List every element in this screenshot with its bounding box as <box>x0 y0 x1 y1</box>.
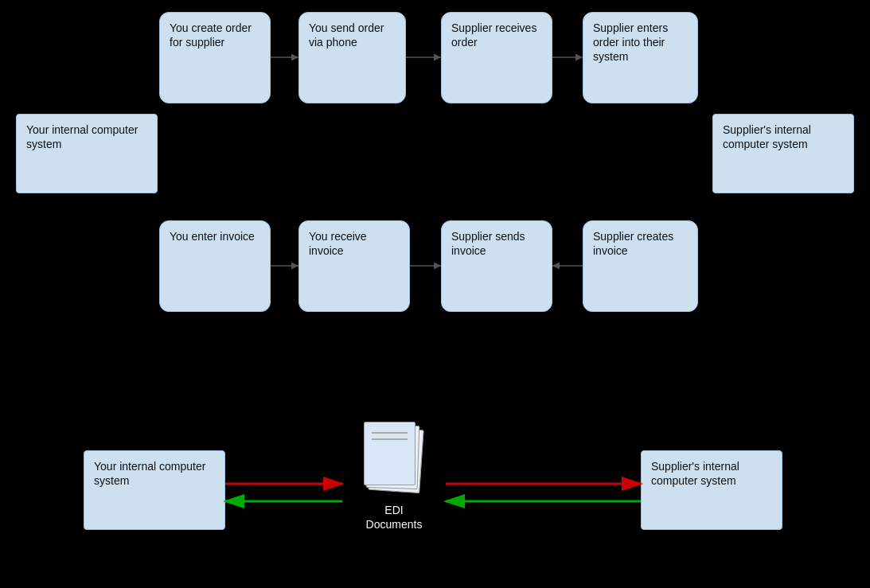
top-box-3: Supplier receives order <box>441 12 552 103</box>
system-right-top-label: Supplier's internal computer system <box>723 123 811 150</box>
top-box-2-label: You send order via phone <box>309 21 384 49</box>
mid-box-3-label: Supplier sends invoice <box>451 230 525 257</box>
mid-box-3: Supplier sends invoice <box>441 220 552 312</box>
top-box-1-label: You create order for supplier <box>170 21 252 49</box>
doc-stack-icon <box>362 422 426 493</box>
system-right-top: Supplier's internal computer system <box>712 114 854 193</box>
edi-documents: EDI Documents <box>342 422 446 533</box>
system-left-top: Your internal computer system <box>16 114 158 193</box>
mid-box-4-label: Supplier creates invoice <box>593 230 673 257</box>
top-box-4-label: Supplier enters order into their system <box>593 21 668 63</box>
mid-box-1-label: You enter invoice <box>170 230 255 243</box>
system-left-bottom-label: Your internal computer system <box>94 460 205 487</box>
top-box-4: Supplier enters order into their system <box>583 12 698 103</box>
system-left-top-label: Your internal computer system <box>26 123 138 150</box>
mid-box-1: You enter invoice <box>159 220 271 312</box>
system-right-bottom-label: Supplier's internal computer system <box>651 460 739 487</box>
mid-box-4: Supplier creates invoice <box>583 220 698 312</box>
top-box-1: You create order for supplier <box>159 12 271 103</box>
system-left-bottom: Your internal computer system <box>84 450 225 530</box>
mid-box-2: You receive invoice <box>298 220 410 312</box>
top-box-2: You send order via phone <box>298 12 406 103</box>
system-right-bottom: Supplier's internal computer system <box>641 450 782 530</box>
mid-box-2-label: You receive invoice <box>309 230 367 257</box>
top-box-3-label: Supplier receives order <box>451 21 536 49</box>
edi-label: EDI Documents <box>366 503 423 532</box>
